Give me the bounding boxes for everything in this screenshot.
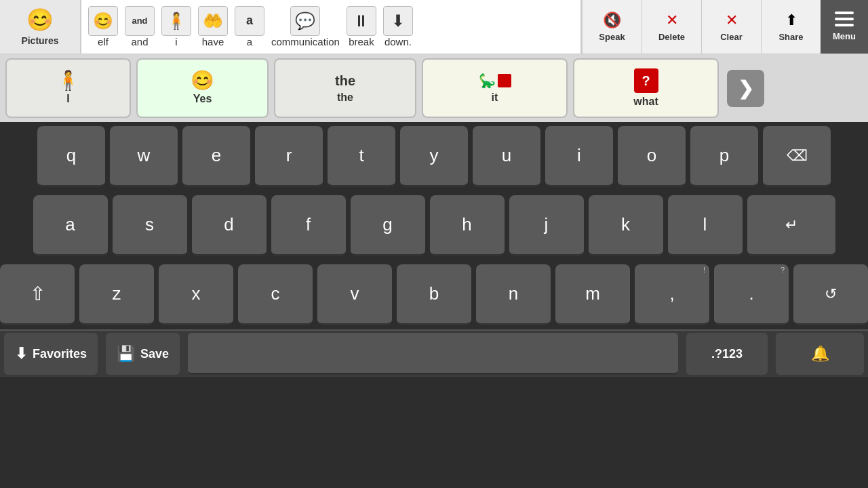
key-c[interactable]: c xyxy=(238,264,313,325)
suggestion-yes-text: Yes xyxy=(193,93,212,105)
key-l[interactable]: l xyxy=(668,195,743,256)
sentence-item-i: 🧍 i xyxy=(161,6,191,47)
suggestion-the[interactable]: the the xyxy=(274,58,416,118)
key-w[interactable]: w xyxy=(110,126,178,187)
suggestion-what[interactable]: ? what xyxy=(573,58,719,118)
clear-label: Clear xyxy=(720,32,743,42)
key-i[interactable]: i xyxy=(545,126,613,187)
suggestion-yes-icon: 😊 xyxy=(191,71,214,90)
suggestion-i-text: I xyxy=(66,93,69,105)
num-switch-button[interactable]: .?123 xyxy=(686,333,768,375)
clear-icon: ✕ xyxy=(726,12,738,29)
dino-red-icon: 🦕 xyxy=(479,73,511,89)
sentence-item-and: and and xyxy=(125,6,155,47)
key-y[interactable]: y xyxy=(400,126,468,187)
hamburger-icon xyxy=(835,18,854,20)
key-d[interactable]: d xyxy=(192,195,267,256)
key-f[interactable]: f xyxy=(271,195,346,256)
suggestion-what-text: what xyxy=(633,96,658,108)
menu-button[interactable]: Menu xyxy=(821,0,868,54)
key-r[interactable]: r xyxy=(255,126,323,187)
key-n[interactable]: n xyxy=(476,264,551,325)
pictures-button[interactable]: 😊 Pictures xyxy=(0,0,81,54)
share-button[interactable]: ⬆ Share xyxy=(761,0,821,54)
sentence-item-have: 🤲 have xyxy=(198,6,228,47)
question-box-icon: ? xyxy=(634,68,658,93)
favorites-label: Favorites xyxy=(33,347,87,361)
hamburger-icon xyxy=(835,24,854,26)
sentence-item-communication: 💬 communication xyxy=(271,6,340,47)
suggestion-it-text: it xyxy=(492,92,498,104)
keyboard-row-2: a s d f g h j k l ↵ xyxy=(0,191,868,260)
sentence-item-break: ⏸ break xyxy=(347,6,376,47)
favorites-button[interactable]: ⬇ Favorites xyxy=(4,333,98,375)
speak-label: Speak xyxy=(599,32,625,42)
sentence-area: 😊 elf and and 🧍 i 🤲 have a a 💬 communica… xyxy=(81,0,582,54)
chevron-right-icon: ❯ xyxy=(738,77,753,100)
spacebar-key[interactable] xyxy=(188,333,678,375)
pictures-label: Pictures xyxy=(21,35,58,46)
break-icon: ⏸ xyxy=(347,6,376,36)
key-t[interactable]: t xyxy=(328,126,395,187)
sentence-item-a: a a xyxy=(235,6,264,47)
suggestion-yes[interactable]: 😊 Yes xyxy=(136,58,269,118)
delete-icon: ✕ xyxy=(666,12,678,29)
i-person-icon: 🧍 xyxy=(161,6,191,36)
key-j[interactable]: j xyxy=(509,195,584,256)
key-backspace[interactable]: ⌫ xyxy=(763,126,831,187)
suggestion-next-button[interactable]: ❯ xyxy=(727,70,764,107)
delete-label: Delete xyxy=(658,32,685,42)
key-o[interactable]: o xyxy=(618,126,686,187)
key-x[interactable]: x xyxy=(159,264,233,325)
keyboard-row-3: ⇧ z x c v b n m , ! . ? ↺ xyxy=(0,260,868,329)
clear-button[interactable]: ✕ Clear xyxy=(701,0,761,54)
speak-icon: 🔇 xyxy=(603,12,621,29)
suggestion-it[interactable]: 🦕 it xyxy=(422,58,568,118)
key-v[interactable]: v xyxy=(317,264,392,325)
key-s[interactable]: s xyxy=(113,195,187,256)
key-h[interactable]: h xyxy=(430,195,505,256)
suggestion-i-icon: 🧍 xyxy=(56,71,80,90)
key-p[interactable]: p xyxy=(690,126,758,187)
sentence-item-down: ⬇ down. xyxy=(383,6,413,47)
key-enter[interactable]: ↵ xyxy=(747,195,835,256)
key-g[interactable]: g xyxy=(351,195,425,256)
face-icon: 😊 xyxy=(26,7,54,33)
and-icon: and xyxy=(125,6,155,36)
key-undo[interactable]: ↺ xyxy=(793,264,868,325)
key-period[interactable]: . ? xyxy=(714,264,789,325)
save-icon: 💾 xyxy=(117,345,135,363)
key-q[interactable]: q xyxy=(37,126,105,187)
share-icon: ⬆ xyxy=(785,12,797,29)
save-label: Save xyxy=(140,347,169,361)
key-u[interactable]: u xyxy=(473,126,540,187)
communication-icon: 💬 xyxy=(290,6,320,36)
key-comma[interactable]: , ! xyxy=(635,264,709,325)
key-e[interactable]: e xyxy=(182,126,250,187)
menu-label: Menu xyxy=(833,31,856,41)
key-m[interactable]: m xyxy=(555,264,630,325)
suggestion-bar: 🧍 I 😊 Yes the the 🦕 it ? what ❯ xyxy=(0,54,868,122)
sound-icon: 🔔 xyxy=(811,345,829,363)
key-shift[interactable]: ⇧ xyxy=(0,264,75,325)
sound-button[interactable]: 🔔 xyxy=(776,333,864,375)
share-label: Share xyxy=(778,32,803,42)
key-z[interactable]: z xyxy=(79,264,154,325)
key-b[interactable]: b xyxy=(397,264,471,325)
suggestion-the-text1: the xyxy=(335,73,355,89)
top-bar: 😊 Pictures 😊 elf and and 🧍 i 🤲 have a a xyxy=(0,0,868,54)
sentence-item-elf: 😊 elf xyxy=(88,6,118,47)
favorites-icon: ⬇ xyxy=(15,345,27,363)
speak-button[interactable]: 🔇 Speak xyxy=(582,0,642,54)
key-a[interactable]: a xyxy=(33,195,108,256)
key-k[interactable]: k xyxy=(589,195,663,256)
save-button[interactable]: 💾 Save xyxy=(106,333,180,375)
action-buttons: 🔇 Speak ✕ Delete ✕ Clear ⬆ Share xyxy=(582,0,821,54)
delete-button[interactable]: ✕ Delete xyxy=(642,0,701,54)
suggestion-the-text2: the xyxy=(337,92,353,104)
have-icon: 🤲 xyxy=(198,6,228,36)
num-label: .?123 xyxy=(711,347,743,361)
suggestion-i[interactable]: 🧍 I xyxy=(5,58,131,118)
down-icon: ⬇ xyxy=(383,6,413,36)
a-icon: a xyxy=(235,6,264,36)
